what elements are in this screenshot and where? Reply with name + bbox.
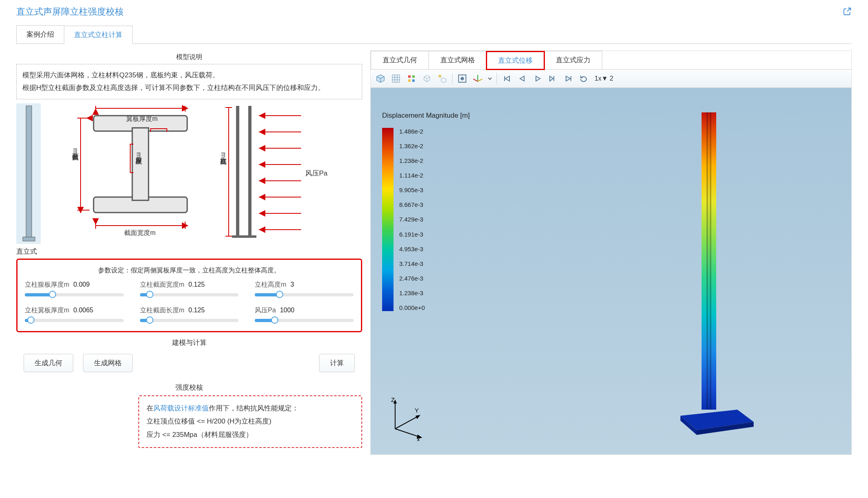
svg-rect-36: [706, 112, 708, 410]
param-wind: 风压Pa1000: [255, 306, 354, 322]
param-label: 立柱高度m: [255, 281, 286, 289]
strength-prefix: 在: [146, 404, 153, 412]
param-label: 立柱截面长度m: [140, 306, 184, 315]
svg-rect-9: [232, 235, 256, 238]
prev-frame-icon[interactable]: [515, 71, 529, 86]
tab-calc[interactable]: 直立式立柱计算: [64, 26, 133, 44]
axis-z-label: Z: [391, 396, 395, 403]
last-frame-icon[interactable]: [561, 71, 576, 86]
label-web-thk: 腹板厚度m: [134, 152, 143, 158]
svg-rect-21: [392, 75, 400, 82]
wind-load-standard-link[interactable]: 风荷载设计标准值: [153, 404, 209, 412]
svg-line-33: [478, 79, 482, 81]
next-frame-icon[interactable]: [546, 71, 560, 86]
svg-rect-28: [408, 79, 411, 82]
param-label: 风压Pa: [255, 306, 276, 315]
viewport-3d[interactable]: Displacement Magnitude [m] 1.486e-2 1.36…: [371, 88, 851, 454]
legend-title: Displacement Magnitude [m]: [382, 112, 470, 120]
param-title: 参数设定：假定两侧翼板厚度一致，立柱高度为立柱整体高度。: [25, 266, 354, 275]
legend-tick: 1.238e-2: [399, 157, 425, 164]
legend-tick: 8.667e-3: [399, 201, 425, 208]
legend-tick: 7.429e-3: [399, 216, 425, 223]
tab-disp[interactable]: 直立式位移: [486, 51, 544, 70]
color-legend: Displacement Magnitude [m] 1.486e-2 1.36…: [382, 112, 470, 311]
grid-icon[interactable]: [389, 71, 403, 86]
tab-geom[interactable]: 直立式几何: [371, 51, 429, 69]
slider-wind[interactable]: [255, 319, 354, 322]
param-height: 立柱高度m3: [255, 281, 354, 296]
label-sec-len: 截面长度m: [71, 148, 79, 154]
frame-indicator[interactable]: 1x▼ 2: [592, 75, 613, 82]
legend-tick: 2.476e-3: [399, 275, 425, 282]
legend-tick: 1.114e-2: [399, 172, 425, 179]
strength-title: 强度校核: [16, 375, 362, 395]
svg-rect-5: [132, 128, 149, 200]
cube-icon[interactable]: [373, 71, 388, 86]
model-desc-line2: 根据H型立柱截面参数及立柱高度选择，可计算不同参数下，立柱结构在不同风压下的位移…: [22, 82, 356, 94]
label-col-height: 立柱高度m: [219, 152, 227, 158]
svg-rect-35: [702, 112, 716, 410]
strength-line3: 应力 <= 235Mpa（材料屈服强度）: [146, 428, 354, 441]
param-value: 0.009: [73, 281, 90, 288]
viewer-toolbar: 1x▼ 2: [371, 70, 851, 88]
slider-web-thk[interactable]: [25, 293, 124, 296]
param-value: 0.0065: [73, 307, 93, 314]
svg-point-30: [439, 75, 441, 77]
main-tabs: 案例介绍 直立式立柱计算: [16, 25, 852, 44]
slider-sec-len[interactable]: [140, 319, 239, 322]
first-frame-icon[interactable]: [499, 71, 514, 86]
param-value: 0.125: [188, 281, 205, 288]
legend-icon[interactable]: [404, 71, 419, 86]
label-flange-thk: 翼板厚度m: [126, 115, 157, 123]
param-value: 0.125: [188, 307, 205, 314]
popout-icon[interactable]: [843, 7, 852, 17]
svg-rect-27: [412, 75, 415, 78]
param-label: 立柱腹板厚度m: [25, 281, 69, 289]
param-sec-width: 立柱截面宽度m0.125: [140, 281, 239, 296]
strength-line2: 立柱顶点位移值 <= H/200 (H为立柱高度): [146, 415, 354, 428]
column-thumbnail: 直立式: [16, 103, 41, 256]
slider-sec-width[interactable]: [140, 293, 239, 296]
gen-geom-button[interactable]: 生成几何: [24, 354, 73, 372]
slider-height[interactable]: [255, 293, 354, 296]
axes-icon[interactable]: [470, 71, 485, 86]
svg-rect-2: [23, 237, 35, 241]
svg-rect-26: [408, 75, 411, 78]
diagram-caption: 直立式: [16, 247, 41, 256]
loop-icon[interactable]: [577, 71, 591, 86]
svg-rect-8: [248, 106, 251, 236]
compute-button[interactable]: 计算: [319, 354, 355, 372]
fit-view-icon[interactable]: [455, 71, 470, 86]
label-wind-pressure: 风压Pa: [305, 169, 328, 178]
right-tabs: 直立式几何 直立式网格 直立式位移 直立式应力: [371, 51, 851, 70]
h-section-diagram: 截面长度m 翼板厚度m 腹板厚度m 截面宽度m: [45, 103, 216, 256]
legend-tick: 3.714e-3: [399, 260, 425, 267]
tab-stress[interactable]: 直立式应力: [544, 51, 602, 69]
column-model: [676, 108, 758, 443]
svg-rect-1: [26, 106, 32, 238]
wireframe-icon[interactable]: [420, 71, 434, 86]
svg-rect-29: [412, 79, 415, 82]
bulb-cube-icon[interactable]: [435, 71, 450, 86]
slider-flange-thk[interactable]: [25, 319, 124, 322]
legend-colorbar: [382, 128, 394, 311]
legend-tick: 1.238e-3: [399, 290, 425, 296]
axes-dropdown-icon[interactable]: [486, 71, 494, 86]
svg-line-45: [395, 429, 420, 437]
parameter-panel: 参数设定：假定两侧翼板厚度一致，立柱高度为立柱整体高度。 立柱腹板厚度m0.00…: [16, 259, 362, 332]
tab-case-intro[interactable]: 案例介绍: [16, 25, 64, 44]
diagram-area: 直立式: [16, 99, 362, 256]
legend-tick: 4.953e-3: [399, 246, 425, 252]
svg-rect-7: [236, 106, 239, 236]
axis-x-label: X: [416, 436, 420, 441]
play-icon[interactable]: [530, 71, 545, 86]
param-value: 1000: [280, 307, 295, 314]
legend-ticks: 1.486e-2 1.362e-2 1.238e-2 1.114e-2 9.90…: [399, 128, 425, 311]
svg-line-34: [473, 79, 478, 81]
model-desc-title: 模型说明: [16, 50, 362, 64]
tab-mesh[interactable]: 直立式网格: [429, 51, 487, 69]
param-label: 立柱截面宽度m: [140, 281, 184, 289]
gen-mesh-button[interactable]: 生成网格: [83, 354, 133, 372]
param-value: 3: [291, 281, 294, 288]
param-label: 立柱翼板厚度m: [25, 306, 69, 315]
